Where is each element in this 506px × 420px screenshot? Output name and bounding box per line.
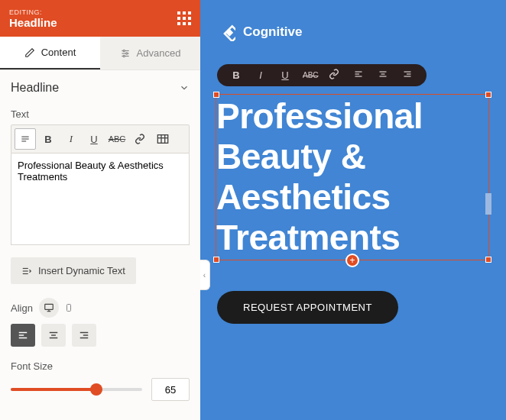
fontsize-label: Font Size (11, 360, 190, 372)
panel-header: EDITING: Headline (0, 0, 200, 37)
add-element-button[interactable]: + (345, 254, 359, 267)
pencil-icon (24, 47, 35, 58)
drag-grid-icon[interactable] (177, 11, 191, 25)
align-section: Align (11, 298, 190, 347)
svg-point-4 (125, 52, 127, 53)
align-right-icon (78, 330, 90, 341)
align-right-button[interactable] (72, 324, 96, 347)
underline-button[interactable]: U (83, 128, 105, 150)
align-buttons (11, 324, 190, 347)
section-title: Headline (11, 81, 59, 95)
panel-tabs: Content Advanced (0, 37, 200, 70)
device-mobile-button[interactable] (59, 298, 79, 318)
align-label: Align (11, 302, 33, 314)
rte-toolbar: B I U ABC (11, 124, 190, 153)
bold-button[interactable]: B (37, 128, 59, 150)
editing-title: Headline (9, 16, 57, 29)
tab-content-label: Content (41, 47, 76, 58)
device-toggle (39, 298, 79, 318)
float-link-button[interactable] (327, 69, 341, 82)
float-align-left-button[interactable] (352, 69, 365, 81)
fontsize-input[interactable] (151, 378, 190, 401)
italic-button[interactable]: I (60, 128, 82, 150)
headline-textarea[interactable] (11, 153, 190, 245)
svg-rect-19 (66, 305, 70, 312)
logo: Cognitive (217, 23, 489, 41)
align-left-button[interactable] (11, 324, 35, 347)
insert-dynamic-label: Insert Dynamic Text (38, 265, 125, 276)
headline-text[interactable]: Professional Beauty & Aesthetics Treatme… (216, 96, 488, 258)
logo-text: Cognitive (243, 24, 302, 40)
strike-button[interactable]: ABC (106, 128, 128, 150)
slider-thumb[interactable] (90, 383, 102, 396)
desktop-icon (44, 302, 54, 313)
cta-button[interactable]: REQUEST APPOINTMENT (217, 291, 398, 324)
float-strike-button[interactable]: ABC (303, 71, 316, 79)
resize-handle-bl[interactable] (213, 257, 219, 263)
dynamic-text-icon (21, 266, 32, 276)
chevron-down-icon (179, 82, 190, 93)
tab-advanced-label: Advanced (137, 47, 181, 59)
headline-selection-box[interactable]: + Professional Beauty & Aesthetics Treat… (216, 94, 489, 260)
sliders-icon (120, 48, 131, 59)
logo-mark-icon (217, 23, 235, 41)
editing-label: EDITING: (9, 8, 57, 16)
float-align-center-button[interactable] (376, 69, 390, 81)
svg-point-5 (123, 55, 125, 57)
resize-handle-tl[interactable] (213, 92, 219, 98)
tab-content[interactable]: Content (0, 37, 100, 69)
panel-body: Headline Text B I U ABC Insert Dynamic T… (0, 70, 200, 420)
align-center-button[interactable] (41, 324, 66, 347)
fontsize-section: Font Size (11, 360, 190, 401)
device-desktop-button[interactable] (39, 298, 59, 318)
rte-mode-icon[interactable] (15, 128, 36, 150)
svg-rect-9 (157, 135, 167, 144)
insert-table-icon[interactable] (152, 128, 174, 150)
preview-canvas: ‹ Cognitive B I U ABC + Professional Bea… (200, 0, 506, 420)
resize-handle-br[interactable] (485, 257, 491, 263)
tab-advanced[interactable]: Advanced (100, 37, 200, 69)
align-center-icon (47, 330, 60, 341)
section-header[interactable]: Headline (11, 81, 190, 95)
float-align-right-button[interactable] (401, 69, 414, 81)
float-underline-button[interactable]: U (278, 69, 292, 81)
resize-handle-tr[interactable] (485, 92, 491, 98)
editor-panel: EDITING: Headline Content Advanced Headl… (0, 0, 200, 420)
fontsize-slider[interactable] (11, 382, 142, 397)
floating-text-toolbar: B I U ABC (217, 64, 427, 86)
align-left-icon (17, 330, 29, 341)
float-bold-button[interactable]: B (229, 69, 243, 81)
text-field-label: Text (11, 108, 190, 120)
float-italic-button[interactable]: I (254, 69, 268, 81)
collapse-panel-tab[interactable]: ‹ (200, 260, 210, 290)
svg-point-3 (123, 50, 125, 51)
mobile-icon (64, 302, 73, 313)
link-button[interactable] (129, 128, 151, 150)
resize-handle-right[interactable] (485, 193, 491, 215)
insert-dynamic-button[interactable]: Insert Dynamic Text (11, 257, 136, 284)
svg-rect-16 (45, 304, 54, 309)
